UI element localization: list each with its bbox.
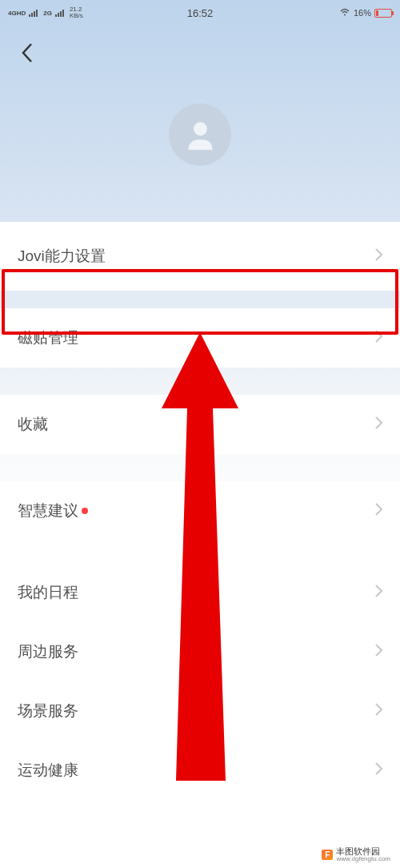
menu-item-2[interactable]: 收藏 [0,395,400,454]
menu-item-label: 磁贴管理 [18,328,78,348]
menu-item-label: 我的日程 [18,582,78,603]
watermark: F 丰图软件园 www.dgfengtu.com [318,845,394,865]
svg-rect-6 [60,11,62,17]
svg-rect-3 [36,10,38,17]
status-right: 16% [339,7,392,18]
menu-list: Jovi能力设置磁贴管理收藏智慧建议我的日程周边服务场景服务运动健康 [0,222,400,800]
profile-section [0,103,400,166]
status-time: 16:52 [187,7,214,19]
menu-item-label: 智慧建议 [18,500,88,521]
menu-item-1[interactable]: 磁贴管理 [0,308,400,368]
menu-item-label: Jovi能力设置 [18,246,106,267]
menu-item-label: 周边服务 [18,641,78,662]
chevron-right-icon [375,416,382,432]
wifi-icon [339,7,350,18]
svg-point-8 [344,14,346,16]
battery-icon [374,9,392,18]
menu-item-label: 场景服务 [18,701,78,721]
network-indicator-2: 2G [43,10,52,17]
signal-icon-2 [55,9,66,17]
signal-icon-1 [29,9,40,17]
person-icon [182,117,218,153]
chevron-right-icon [375,703,382,719]
avatar[interactable] [169,103,231,166]
menu-item-3[interactable]: 智慧建议 [0,481,400,540]
chevron-right-icon [375,762,382,778]
chevron-right-icon [375,585,382,601]
menu-item-label: 收藏 [18,414,48,435]
battery-percent: 16% [354,8,371,18]
svg-point-9 [194,122,207,135]
svg-rect-4 [55,14,57,17]
chevron-right-icon [375,503,382,519]
chevron-right-icon [375,248,382,264]
menu-item-label: 运动健康 [18,760,78,781]
notification-dot [82,508,88,514]
menu-item-5[interactable]: 周边服务 [0,622,400,681]
chevron-right-icon [375,644,382,660]
chevron-left-icon [20,42,34,64]
watermark-logo: F [322,850,333,860]
network-indicator-1: 4GHD [8,10,26,17]
svg-rect-5 [58,13,59,17]
status-bar: 4GHD 2G 21.2 KB/s 16:52 16% [0,0,400,26]
menu-item-4[interactable]: 我的日程 [0,563,400,622]
svg-rect-0 [29,14,30,17]
data-speed: 21.2 KB/s [70,6,83,19]
svg-rect-7 [62,10,64,17]
menu-item-6[interactable]: 场景服务 [0,681,400,741]
menu-item-0[interactable]: Jovi能力设置 [0,222,400,291]
svg-rect-1 [31,13,33,17]
chevron-right-icon [375,330,382,346]
status-left: 4GHD 2G 21.2 KB/s [8,6,83,19]
back-button[interactable] [0,26,54,75]
menu-item-7[interactable]: 运动健康 [0,741,400,800]
svg-rect-2 [34,11,35,17]
watermark-url: www.dgfengtu.com [336,856,390,863]
